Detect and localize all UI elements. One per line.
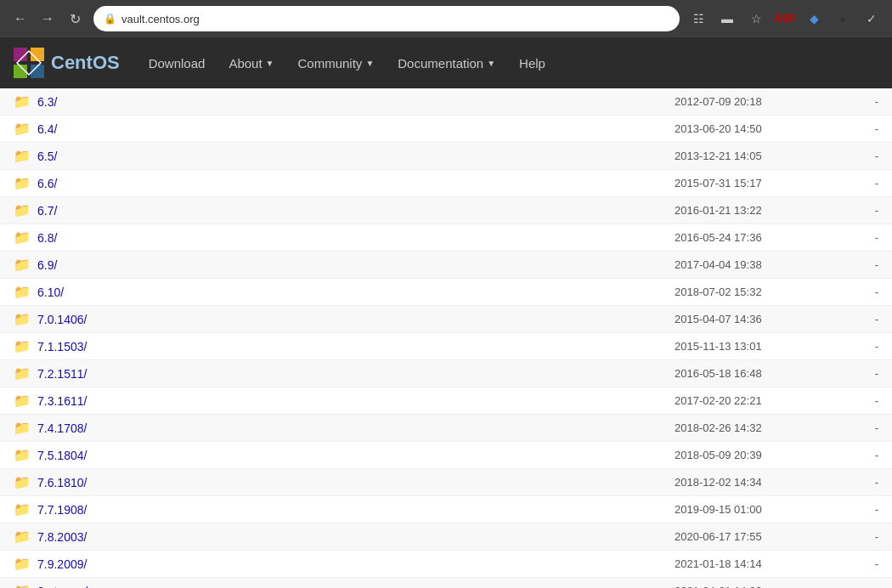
file-link[interactable]: 7.1.1503/ [37,340,675,353]
file-link[interactable]: 7.7.1908/ [37,503,675,517]
menu-icon[interactable]: ✓ [860,7,884,31]
nav-link-community[interactable]: Community ▼ [286,37,387,88]
file-link[interactable]: 8-stream/ [37,585,675,589]
back-button[interactable]: ← [8,7,32,31]
grid-icon[interactable]: ☷ [686,7,710,31]
file-date: 2021-01-18 14:14 [675,557,827,570]
file-size: - [827,258,878,271]
folder-icon: 📁 [14,311,31,327]
file-size: - [827,204,878,217]
file-date: 2013-12-21 14:05 [675,150,827,162]
file-link[interactable]: 6.10/ [37,286,675,299]
file-size: - [827,95,878,108]
folder-icon: 📁 [14,447,31,463]
folder-icon: 📁 [14,501,31,517]
file-size: - [827,150,878,162]
file-size: - [827,394,878,407]
file-link[interactable]: 6.6/ [37,177,675,190]
nav-link-about[interactable]: About ▼ [217,37,285,88]
nav-item-help[interactable]: Help [507,37,557,88]
file-link[interactable]: 7.2.1511/ [37,367,675,381]
forward-button[interactable]: → [36,7,59,31]
file-listing: 📁6.3/2012-07-09 20:18-📁6.4/2013-06-20 14… [0,88,892,588]
table-row: 📁6.4/2013-06-20 14:50- [0,116,892,143]
table-row: 📁6.3/2012-07-09 20:18- [0,88,892,116]
nav-item-download[interactable]: Download [137,37,217,88]
browser-actions: ☷ ▬ ☆ ABP ◆ ● ✓ [686,7,884,31]
file-link[interactable]: 7.4.1708/ [37,421,675,435]
file-size: - [827,286,878,298]
folder-icon: 📁 [14,393,31,409]
file-date: 2017-02-20 22:21 [675,394,827,407]
folder-icon: 📁 [14,420,31,436]
folder-icon: 📁 [14,284,31,300]
nav-item-about[interactable]: About ▼ [217,37,285,88]
file-link[interactable]: 6.9/ [37,258,675,272]
table-row: 📁7.4.1708/2018-02-26 14:32- [0,415,892,442]
about-dropdown-arrow: ▼ [266,59,274,68]
nav-buttons: ← → ↻ [8,7,87,31]
centos-navbar: CentOS Download About ▼ Community ▼ Docu… [0,37,892,88]
file-link[interactable]: 7.0.1406/ [37,313,675,326]
file-link[interactable]: 7.8.2003/ [37,530,675,544]
file-date: 2016-01-21 13:22 [675,204,827,217]
table-row: 📁7.3.1611/2017-02-20 22:21- [0,387,892,415]
table-row: 📁7.1.1503/2015-11-13 13:01- [0,333,892,360]
folder-icon: 📁 [14,121,31,137]
extensions-icon[interactable]: ▬ [715,7,739,31]
community-dropdown-arrow: ▼ [365,59,374,68]
file-link[interactable]: 7.6.1810/ [37,476,675,489]
table-row: 📁6.7/2016-01-21 13:22- [0,197,892,224]
table-row: 📁6.10/2018-07-02 15:32- [0,279,892,306]
table-row: 📁7.8.2003/2020-06-17 17:55- [0,523,892,551]
table-row: 📁7.2.1511/2016-05-18 16:48- [0,360,892,387]
file-size: - [827,367,878,380]
file-link[interactable]: 7.3.1611/ [37,394,675,408]
table-row: 📁7.7.1908/2019-09-15 01:00- [0,496,892,523]
file-size: - [827,340,878,353]
folder-icon: 📁 [14,257,31,273]
table-row: 📁7.0.1406/2015-04-07 14:36- [0,306,892,333]
file-size: - [827,530,878,543]
nav-item-documentation[interactable]: Documentation ▼ [386,37,507,88]
nav-link-help[interactable]: Help [507,37,557,88]
file-date: 2018-02-26 14:32 [675,421,827,434]
file-date: 2020-06-17 17:55 [675,530,827,543]
centos-logo[interactable]: CentOS [14,48,120,78]
file-date: 2015-11-13 13:01 [675,340,827,353]
reload-button[interactable]: ↻ [63,7,87,31]
table-row: 📁7.6.1810/2018-12-02 14:34- [0,469,892,496]
folder-icon: 📁 [14,529,31,545]
file-link[interactable]: 6.4/ [37,122,675,136]
file-link[interactable]: 6.5/ [37,150,675,163]
url-text: vault.centos.org [121,13,200,25]
folder-icon: 📁 [14,338,31,354]
browser-chrome: ← → ↻ 🔒 vault.centos.org ☷ ▬ ☆ ABP ◆ ● ✓ [0,0,892,37]
ext2-icon[interactable]: ● [831,7,855,31]
file-link[interactable]: 7.5.1804/ [37,449,675,462]
folder-icon: 📁 [14,229,31,246]
table-row: 📁7.9.2009/2021-01-18 14:14- [0,551,892,578]
nav-link-download[interactable]: Download [137,37,217,88]
file-date: 2017-04-04 19:38 [675,258,827,271]
file-date: 2016-05-24 17:36 [675,231,827,244]
file-date: 2016-05-18 16:48 [675,367,827,380]
table-row: 📁6.8/2016-05-24 17:36- [0,224,892,252]
file-link[interactable]: 6.8/ [37,231,675,245]
file-size: - [827,313,878,325]
star-icon[interactable]: ☆ [744,7,768,31]
lock-icon: 🔒 [104,13,116,25]
file-date: 2021-04-01 14:32 [675,585,827,588]
address-bar[interactable]: 🔒 vault.centos.org [93,6,680,31]
file-link[interactable]: 6.3/ [37,95,675,109]
file-size: - [827,231,878,244]
ext1-icon[interactable]: ◆ [802,7,826,31]
file-link[interactable]: 7.9.2009/ [37,557,675,571]
nav-link-documentation[interactable]: Documentation ▼ [386,37,507,88]
documentation-dropdown-arrow: ▼ [487,59,495,68]
file-date: 2015-07-31 15:17 [675,177,827,189]
file-link[interactable]: 6.7/ [37,204,675,218]
nav-item-community[interactable]: Community ▼ [286,37,387,88]
file-size: - [827,421,878,434]
adblock-icon[interactable]: ABP [773,7,797,31]
